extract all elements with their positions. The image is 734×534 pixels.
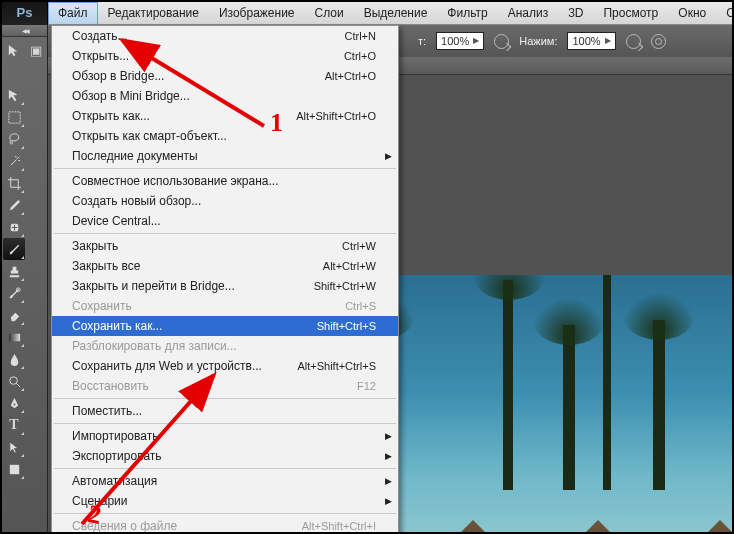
tools-column: T <box>2 84 26 532</box>
move-tool-mini-icon[interactable] <box>2 37 25 63</box>
app-badge: Ps <box>2 2 48 25</box>
crop-tool-icon[interactable] <box>3 172 25 194</box>
menu-выделение[interactable]: Выделение <box>354 2 438 24</box>
svg-point-4 <box>9 376 17 384</box>
stamp-tool-icon[interactable] <box>3 260 25 282</box>
menuitem[interactable]: Автоматизация▶ <box>52 471 398 491</box>
menu-файл[interactable]: Файл <box>48 2 98 24</box>
menuitem[interactable]: Закрыть и перейти в Bridge...Shift+Ctrl+… <box>52 276 398 296</box>
menuitem[interactable]: Последние документы▶ <box>52 146 398 166</box>
menuitem[interactable]: Открыть как...Alt+Shift+Ctrl+O <box>52 106 398 126</box>
menuitem[interactable]: Device Central... <box>52 211 398 231</box>
menu-изображение[interactable]: Изображение <box>209 2 305 24</box>
options-label: т: <box>418 35 426 47</box>
options-label: Нажим: <box>519 35 557 47</box>
menuitem: ВосстановитьF12 <box>52 376 398 396</box>
menu-3d[interactable]: 3D <box>558 2 593 24</box>
menu-анализ[interactable]: Анализ <box>498 2 559 24</box>
menu-фильтр[interactable]: Фильтр <box>437 2 497 24</box>
menuitem: СохранитьCtrl+S <box>52 296 398 316</box>
gradient-tool-icon[interactable] <box>3 326 25 348</box>
menu-редактирование[interactable]: Редактирование <box>98 2 209 24</box>
menu-справ[interactable]: Справ <box>716 2 734 24</box>
menuitem[interactable]: Открыть как смарт-объект... <box>52 126 398 146</box>
svg-rect-6 <box>9 464 18 473</box>
menuitem[interactable]: Экспортировать▶ <box>52 446 398 466</box>
menuitem[interactable]: Создать новый обзор... <box>52 191 398 211</box>
menuitem[interactable]: Сохранить как...Shift+Ctrl+S <box>52 316 398 336</box>
blur-tool-icon[interactable] <box>3 348 25 370</box>
svg-point-5 <box>13 403 15 405</box>
menuitem[interactable]: ЗакрытьCtrl+W <box>52 236 398 256</box>
eyedropper-tool-icon[interactable] <box>3 194 25 216</box>
move-tool-icon[interactable] <box>3 84 25 106</box>
menuitem[interactable]: Создать...Ctrl+N <box>52 26 398 46</box>
opacity-field[interactable]: 100%▶ <box>436 32 484 50</box>
menubar: ФайлРедактированиеИзображениеСлоиВыделен… <box>48 2 732 25</box>
svg-rect-3 <box>8 333 19 341</box>
menuitem[interactable]: Сохранить для Web и устройств...Alt+Shif… <box>52 356 398 376</box>
menu-просмотр[interactable]: Просмотр <box>593 2 668 24</box>
menuitem[interactable]: Закрыть всеAlt+Ctrl+W <box>52 256 398 276</box>
pressure-size-icon[interactable] <box>651 34 666 49</box>
path-select-tool-icon[interactable] <box>3 436 25 458</box>
dodge-tool-icon[interactable] <box>3 370 25 392</box>
pressure-opacity-icon[interactable] <box>494 34 509 49</box>
menuitem: Сведения о файлеAlt+Shift+Ctrl+I <box>52 516 398 534</box>
pen-tool-icon[interactable] <box>3 392 25 414</box>
menu-слои[interactable]: Слои <box>305 2 354 24</box>
collapse-bar[interactable]: ◀◀ <box>2 25 47 37</box>
history-brush-tool-icon[interactable] <box>3 282 25 304</box>
marquee-tool-icon[interactable] <box>3 106 25 128</box>
menuitem[interactable]: Поместить... <box>52 401 398 421</box>
annotation-1: 1 <box>270 108 283 138</box>
file-menu-dropdown: Создать...Ctrl+NОткрыть...Ctrl+OОбзор в … <box>51 25 399 534</box>
menuitem[interactable]: Открыть...Ctrl+O <box>52 46 398 66</box>
menuitem[interactable]: Сценарии▶ <box>52 491 398 511</box>
menuitem[interactable]: Обзор в Bridge...Alt+Ctrl+O <box>52 66 398 86</box>
svg-rect-0 <box>8 111 19 122</box>
panel-arrow-icon[interactable]: ▣ <box>25 37 48 63</box>
menuitem: Разблокировать для записи... <box>52 336 398 356</box>
wand-tool-icon[interactable] <box>3 150 25 172</box>
eraser-tool-icon[interactable] <box>3 304 25 326</box>
airbrush-icon[interactable] <box>626 34 641 49</box>
shape-tool-icon[interactable] <box>3 458 25 480</box>
menuitem[interactable]: Обзор в Mini Bridge... <box>52 86 398 106</box>
type-tool-icon[interactable]: T <box>3 414 25 436</box>
brush-tool-icon[interactable] <box>3 238 25 260</box>
menu-окно[interactable]: Окно <box>668 2 716 24</box>
flow-field[interactable]: 100%▶ <box>567 32 615 50</box>
healing-tool-icon[interactable] <box>3 216 25 238</box>
menuitem[interactable]: Импортировать▶ <box>52 426 398 446</box>
menuitem[interactable]: Совместное использование экрана... <box>52 171 398 191</box>
lasso-tool-icon[interactable] <box>3 128 25 150</box>
